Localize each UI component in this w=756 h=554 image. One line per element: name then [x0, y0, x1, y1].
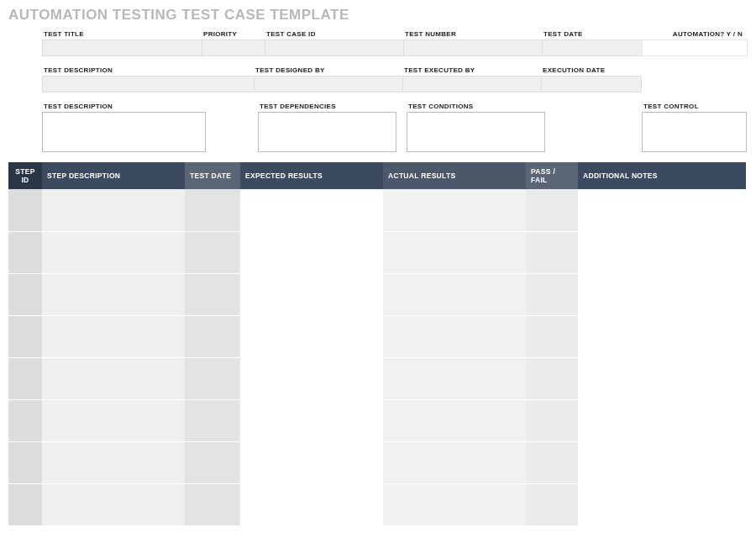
header-pass-fail: PASS / FAIL [526, 162, 578, 189]
header-step-id: STEP ID [8, 162, 42, 189]
test-date-input[interactable] [542, 40, 643, 56]
actual-results-cell[interactable] [383, 231, 526, 273]
step-description-cell[interactable] [42, 189, 185, 231]
test-date-cell[interactable] [185, 273, 240, 315]
designed-by-input[interactable] [254, 76, 402, 92]
test-description-input[interactable] [42, 76, 254, 92]
additional-notes-cell[interactable] [578, 273, 746, 315]
conditions-input[interactable] [407, 112, 545, 152]
table-row [8, 273, 746, 315]
step-description-cell[interactable] [42, 315, 185, 357]
test-date-cell[interactable] [185, 483, 240, 525]
control-label: TEST CONTROL [642, 103, 747, 110]
test-date-cell[interactable] [185, 357, 240, 399]
step-id-cell[interactable] [8, 357, 42, 399]
test-date-cell[interactable] [185, 315, 240, 357]
pass-fail-cell[interactable] [526, 273, 578, 315]
test-number-input[interactable] [403, 40, 542, 56]
additional-notes-cell[interactable] [578, 483, 746, 525]
actual-results-cell[interactable] [383, 441, 526, 483]
header-additional-notes: ADDITIONAL NOTES [578, 162, 746, 189]
header-test-date: TEST DATE [185, 162, 240, 189]
test-date-cell[interactable] [185, 399, 240, 441]
execution-date-label: EXECUTION DATE [541, 66, 642, 74]
test-number-label: TEST NUMBER [403, 30, 542, 38]
step-id-cell[interactable] [8, 399, 42, 441]
control-input[interactable] [642, 112, 747, 152]
designed-by-label: TEST DESIGNED BY [254, 66, 402, 74]
pass-fail-cell[interactable] [526, 231, 578, 273]
priority-input[interactable] [202, 40, 265, 56]
page-title: AUTOMATION TESTING TEST CASE TEMPLATE [8, 7, 748, 24]
pass-fail-cell[interactable] [526, 441, 578, 483]
automation-input[interactable] [643, 40, 748, 56]
test-case-id-label: TEST CASE ID [265, 30, 403, 38]
test-case-id-input[interactable] [265, 40, 403, 56]
table-row [8, 189, 746, 231]
step-id-cell[interactable] [8, 441, 42, 483]
priority-label: PRIORITY [202, 30, 265, 38]
additional-notes-cell[interactable] [578, 189, 746, 231]
test-title-input[interactable] [42, 40, 202, 56]
executed-by-input[interactable] [402, 76, 541, 92]
test-date-cell[interactable] [185, 231, 240, 273]
table-row [8, 483, 746, 525]
header-expected-results: EXPECTED RESULTS [240, 162, 383, 189]
header-step-description: STEP DESCRIPTION [42, 162, 185, 189]
test-description-2-label: TEST DESCRIPTION [42, 103, 206, 110]
dependencies-label: TEST DEPENDENCIES [258, 103, 396, 110]
table-row [8, 441, 746, 483]
step-id-cell[interactable] [8, 273, 42, 315]
actual-results-cell[interactable] [383, 483, 526, 525]
step-description-cell[interactable] [42, 357, 185, 399]
additional-notes-cell[interactable] [578, 231, 746, 273]
expected-results-cell[interactable] [240, 315, 383, 357]
actual-results-cell[interactable] [383, 189, 526, 231]
additional-notes-cell[interactable] [578, 441, 746, 483]
step-description-cell[interactable] [42, 273, 185, 315]
pass-fail-cell[interactable] [526, 399, 578, 441]
step-description-cell[interactable] [42, 483, 185, 525]
test-date-cell[interactable] [185, 189, 240, 231]
additional-notes-cell[interactable] [578, 315, 746, 357]
step-description-cell[interactable] [42, 399, 185, 441]
conditions-label: TEST CONDITIONS [407, 103, 545, 110]
expected-results-cell[interactable] [240, 483, 383, 525]
test-date-cell[interactable] [185, 441, 240, 483]
steps-table: STEP ID STEP DESCRIPTION TEST DATE EXPEC… [8, 162, 746, 526]
actual-results-cell[interactable] [383, 399, 526, 441]
test-description-2-input[interactable] [42, 112, 206, 152]
pass-fail-cell[interactable] [526, 189, 578, 231]
additional-notes-cell[interactable] [578, 399, 746, 441]
table-row [8, 231, 746, 273]
execution-date-input[interactable] [541, 76, 642, 92]
step-id-cell[interactable] [8, 189, 42, 231]
expected-results-cell[interactable] [240, 441, 383, 483]
pass-fail-cell[interactable] [526, 483, 578, 525]
expected-results-cell[interactable] [240, 231, 383, 273]
actual-results-cell[interactable] [383, 273, 526, 315]
expected-results-cell[interactable] [240, 399, 383, 441]
pass-fail-cell[interactable] [526, 315, 578, 357]
test-title-label: TEST TITLE [42, 30, 202, 38]
header-actual-results: ACTUAL RESULTS [383, 162, 526, 189]
pass-fail-cell[interactable] [526, 357, 578, 399]
table-row [8, 399, 746, 441]
additional-notes-cell[interactable] [578, 357, 746, 399]
test-date-label: TEST DATE [542, 30, 643, 38]
test-description-label: TEST DESCRIPTION [42, 66, 254, 74]
automation-label: AUTOMATION? Y / N [643, 30, 748, 38]
expected-results-cell[interactable] [240, 273, 383, 315]
expected-results-cell[interactable] [240, 189, 383, 231]
step-id-cell[interactable] [8, 315, 42, 357]
dependencies-input[interactable] [258, 112, 396, 152]
table-row [8, 315, 746, 357]
step-id-cell[interactable] [8, 231, 42, 273]
expected-results-cell[interactable] [240, 357, 383, 399]
step-description-cell[interactable] [42, 441, 185, 483]
actual-results-cell[interactable] [383, 315, 526, 357]
actual-results-cell[interactable] [383, 357, 526, 399]
step-id-cell[interactable] [8, 483, 42, 525]
executed-by-label: TEST EXECUTED BY [402, 66, 541, 74]
step-description-cell[interactable] [42, 231, 185, 273]
